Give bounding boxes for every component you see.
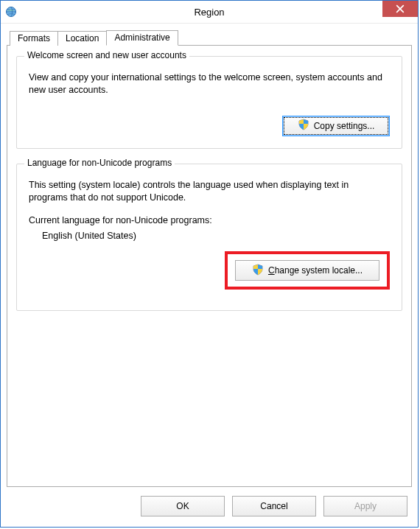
client-area: Formats Location Administrative Welcome … — [1, 24, 418, 487]
group-welcome-text: View and copy your international setting… — [29, 71, 390, 97]
shield-icon — [298, 119, 309, 133]
cancel-button[interactable]: Cancel — [232, 496, 316, 516]
tab-formats[interactable]: Formats — [10, 31, 58, 46]
tab-location[interactable]: Location — [57, 31, 107, 46]
apply-button[interactable]: Apply — [323, 496, 407, 516]
change-system-locale-label: Change system locale... — [268, 265, 363, 276]
dialog-buttons: OK Cancel Apply — [1, 487, 418, 527]
group-welcome-legend: Welcome screen and new user accounts — [24, 50, 189, 60]
close-button[interactable] — [382, 1, 418, 17]
window-title: Region — [1, 7, 418, 18]
shield-icon — [252, 264, 264, 278]
ok-button[interactable]: OK — [141, 496, 225, 516]
group-welcome-screen: Welcome screen and new user accounts Vie… — [16, 56, 402, 149]
tabpanel-administrative: Welcome screen and new user accounts Vie… — [7, 45, 412, 487]
current-language-value: English (United States) — [42, 231, 390, 241]
group-non-unicode-legend: Language for non-Unicode programs — [24, 158, 175, 168]
copy-settings-button[interactable]: Copy settings... — [282, 116, 390, 136]
current-language-label: Current language for non-Unicode program… — [29, 214, 390, 227]
change-system-locale-button[interactable]: Change system locale... — [235, 260, 379, 281]
region-dialog: Region Formats Location Administrative W… — [0, 0, 419, 528]
group-non-unicode-text: This setting (system locale) controls th… — [29, 179, 390, 204]
tabstrip: Formats Location Administrative — [10, 29, 412, 45]
copy-settings-label: Copy settings... — [314, 121, 375, 131]
instruction-highlight: Change system locale... — [225, 251, 390, 290]
titlebar: Region — [1, 1, 418, 24]
tab-administrative[interactable]: Administrative — [106, 30, 178, 46]
group-non-unicode: Language for non-Unicode programs This s… — [16, 164, 402, 312]
close-icon — [396, 4, 405, 13]
